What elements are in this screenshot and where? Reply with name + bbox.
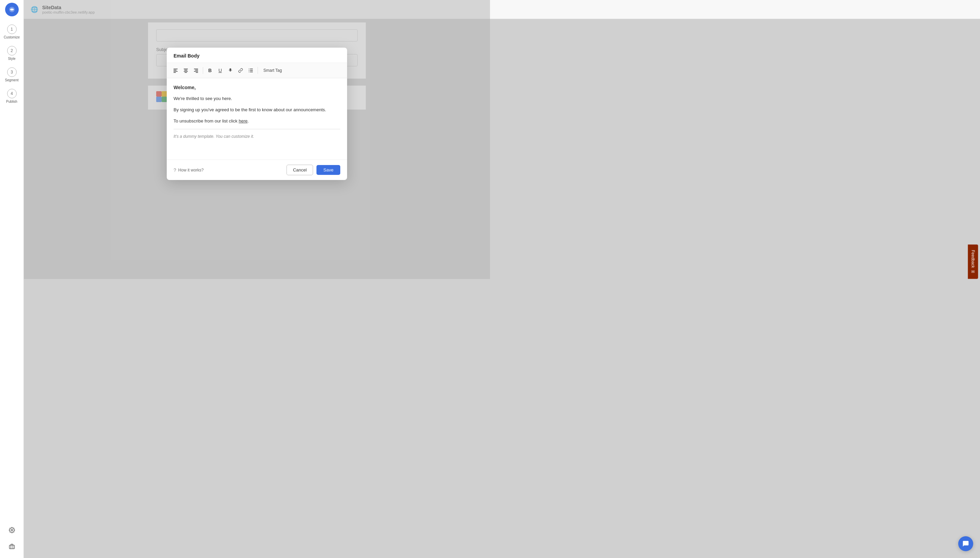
list-button[interactable] (246, 66, 256, 75)
svg-rect-9 (184, 71, 188, 72)
bold-button[interactable]: B (205, 66, 215, 75)
svg-rect-18 (250, 70, 253, 71)
svg-rect-3 (174, 69, 177, 69)
save-button[interactable]: Save (317, 165, 340, 175)
sidebar-item-style[interactable]: 2 Style (2, 43, 22, 63)
svg-rect-16 (250, 69, 253, 69)
here-link[interactable]: here (238, 118, 247, 123)
align-left-button[interactable] (171, 66, 181, 75)
smart-tag-button[interactable]: Smart Tag (260, 67, 285, 74)
cancel-button[interactable]: Cancel (287, 165, 313, 175)
svg-rect-20 (250, 72, 253, 72)
step-circle-3: 3 (7, 67, 17, 77)
modal-header: Email Body (167, 48, 347, 63)
step-circle-2: 2 (7, 46, 17, 56)
svg-rect-17 (249, 70, 250, 71)
modal-editor[interactable]: Welcome, We're thrilled to see you here.… (167, 78, 347, 160)
svg-rect-11 (194, 69, 198, 69)
app-logo[interactable] (5, 3, 19, 16)
svg-rect-10 (185, 72, 187, 73)
email-body-modal: Email Body (167, 48, 347, 180)
svg-rect-13 (194, 71, 198, 72)
sidebar-item-segment[interactable]: 3 Segment (2, 65, 22, 85)
modal-footer: ? How it works? Cancel Save (167, 160, 347, 180)
editor-divider (174, 129, 340, 129)
how-it-works-link[interactable]: ? How it works? (174, 167, 283, 173)
svg-rect-4 (174, 70, 177, 71)
modal-toolbar: B U (167, 63, 347, 78)
svg-rect-6 (174, 72, 176, 73)
editor-para-1: We're thrilled to see you here. (174, 95, 340, 102)
sidebar-nav: 1 Customize 2 Style 3 Segment 4 Publish (2, 22, 22, 279)
sidebar-item-publish[interactable]: 4 Publish (2, 86, 22, 106)
strikethrough-button[interactable] (226, 66, 235, 75)
toolbar-divider-2 (258, 67, 258, 74)
svg-rect-12 (195, 70, 198, 71)
main-content: Subject Email Body (24, 0, 490, 279)
editor-note: It's a dummy template. You can customize… (174, 133, 340, 140)
modal-title: Email Body (174, 53, 199, 59)
svg-rect-7 (184, 69, 188, 69)
editor-para-2: By signing up you've agreed to be the fi… (174, 107, 340, 114)
svg-rect-15 (249, 69, 250, 69)
svg-rect-14 (196, 72, 198, 73)
toolbar-divider-1 (203, 67, 203, 74)
modal-overlay: Email Body (24, 0, 490, 279)
step-circle-1: 1 (7, 25, 17, 34)
svg-rect-8 (184, 70, 187, 71)
svg-rect-5 (174, 71, 177, 72)
align-center-button[interactable] (181, 66, 190, 75)
svg-rect-19 (249, 72, 250, 72)
editor-para-3: To unsubscribe from our list click here. (174, 118, 340, 125)
sidebar-item-customize[interactable]: 1 Customize (2, 22, 22, 42)
editor-welcome: Welcome, (174, 84, 340, 91)
step-circle-4: 4 (7, 89, 17, 98)
sidebar: 1 Customize 2 Style 3 Segment 4 Publish (0, 0, 24, 279)
underline-button[interactable]: U (215, 66, 225, 75)
align-right-button[interactable] (191, 66, 201, 75)
link-button[interactable] (236, 66, 245, 75)
